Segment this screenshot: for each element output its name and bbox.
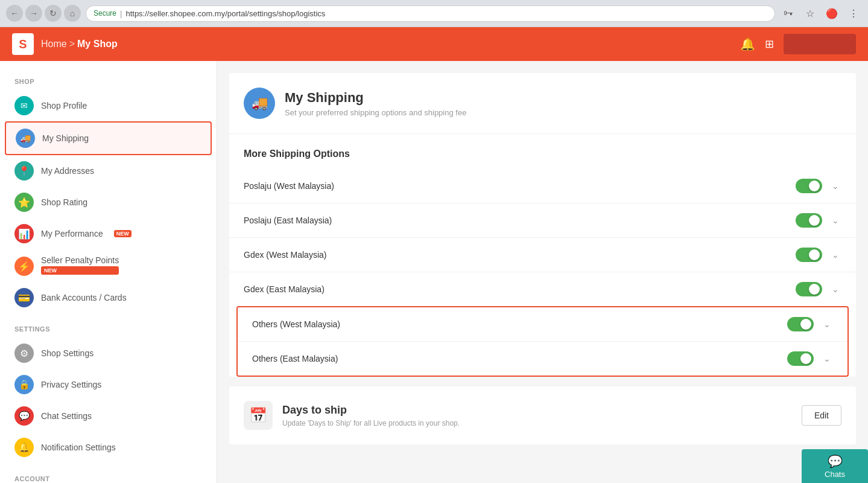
shipping-option-controls: ⌄ [787, 351, 833, 366]
page-subtitle: Set your preferred shipping options and … [285, 108, 466, 117]
sidebar-item-label: Bank Accounts / Cards [41, 293, 127, 302]
shipping-header-icon: 🚚 [244, 88, 275, 119]
sidebar-item-label: My Performance [41, 229, 103, 238]
sidebar-item-my-addresses[interactable]: 📍 My Addresses [0, 155, 217, 187]
my-addresses-icon: 📍 [14, 161, 34, 181]
chevron-down-icon[interactable]: ⌄ [829, 179, 841, 193]
chats-label: Chats [825, 470, 845, 479]
toggle-others-west[interactable] [787, 317, 814, 331]
sidebar-item-label: Notification Settings [41, 443, 116, 452]
my-shipping-icon: 🚚 [16, 129, 35, 148]
content-area: 🚚 My Shipping Set your preferred shippin… [217, 61, 868, 483]
shopee-logo: S [12, 33, 34, 55]
bank-accounts-icon: 💳 [14, 288, 34, 307]
days-card-title: Days to ship [282, 404, 460, 417]
sidebar-item-shop-settings[interactable]: ⚙ Shop Settings [0, 337, 217, 369]
page-title: My Shipping [285, 90, 466, 106]
days-card-content: 📅 Days to ship Update 'Days to Ship' for… [229, 386, 856, 444]
home-button[interactable]: ⌂ [64, 5, 81, 22]
user-profile-button[interactable] [784, 34, 856, 54]
toggle-gdex-east[interactable] [796, 282, 822, 296]
sidebar-item-label: Chat Settings [41, 411, 92, 421]
chevron-down-icon[interactable]: ⌄ [821, 317, 833, 331]
days-card-edit-area: Edit [802, 405, 841, 426]
sidebar-item-my-shipping[interactable]: 🚚 My Shipping [5, 121, 212, 155]
address-bar[interactable]: Secure | https://seller.shopee.com.my/po… [86, 5, 775, 22]
toggle-slider [796, 248, 822, 262]
shipping-option-label: Poslaju (West Malaysia) [244, 181, 334, 191]
sidebar-item-notification-settings[interactable]: 🔔 Notification Settings [0, 432, 217, 463]
highlighted-shipping-section: Others (West Malaysia) ⌄ Others (East Ma… [236, 306, 849, 377]
back-button[interactable]: ← [6, 5, 23, 22]
header-right: 🔔 ⊞ [740, 34, 856, 54]
grid-icon[interactable]: ⊞ [765, 37, 774, 51]
toggle-slider [796, 179, 822, 193]
shop-profile-icon: ✉ [14, 96, 34, 115]
shipping-option-label: Others (West Malaysia) [252, 319, 340, 329]
key-icon[interactable]: 🗝 [780, 5, 797, 22]
url-text: https://seller.shopee.com.my/portal/sett… [125, 9, 325, 18]
chevron-down-icon[interactable]: ⌄ [821, 351, 833, 366]
toggle-poslaju-east[interactable] [796, 213, 822, 228]
settings-section-label: SETTINGS [0, 321, 217, 337]
secure-label: Secure [93, 9, 116, 18]
shipping-option-controls: ⌄ [796, 248, 841, 262]
toggle-slider [787, 317, 814, 331]
account-section-label: ACCOUNT [0, 470, 217, 483]
top-header: S Home > My Shop 🔔 ⊞ [0, 27, 868, 61]
days-card-text: Days to ship Update 'Days to Ship' for a… [282, 404, 460, 427]
toggle-slider [796, 213, 822, 228]
sidebar: SHOP ✉ Shop Profile 🚚 My Shipping 📍 My A… [0, 61, 217, 483]
chat-settings-icon: 💬 [14, 406, 34, 426]
chats-button[interactable]: 💬 Chats [802, 449, 868, 483]
sidebar-item-seller-penalty[interactable]: ⚡ Seller Penalty Points NEW [0, 249, 217, 282]
chevron-down-icon[interactable]: ⌄ [829, 282, 841, 296]
sidebar-item-shop-profile[interactable]: ✉ Shop Profile [0, 90, 217, 121]
toggle-slider [787, 351, 814, 366]
main-layout: SHOP ✉ Shop Profile 🚚 My Shipping 📍 My A… [0, 61, 868, 483]
sidebar-item-label: Shop Settings [41, 348, 93, 358]
shipping-option-label: Others (East Malaysia) [252, 354, 338, 363]
sidebar-item-privacy-settings[interactable]: 🔒 Privacy Settings [0, 369, 217, 400]
shop-settings-icon: ⚙ [14, 344, 34, 363]
forward-button[interactable]: → [25, 5, 42, 22]
shipping-option-label: Poslaju (East Malaysia) [244, 216, 332, 225]
chats-icon: 💬 [828, 454, 843, 469]
seller-penalty-text: Seller Penalty Points NEW [41, 255, 119, 275]
shipping-option-label: Gdex (East Malaysia) [244, 284, 325, 294]
sidebar-item-my-performance[interactable]: 📊 My Performance NEW [0, 218, 217, 249]
shipping-options-list: Poslaju (West Malaysia) ⌄ Poslaju (East … [229, 169, 856, 306]
toggle-others-east[interactable] [787, 351, 814, 366]
breadcrumb-home[interactable]: Home [41, 39, 67, 50]
shipping-option-others-east: Others (East Malaysia) ⌄ [238, 341, 847, 376]
sidebar-item-label: Privacy Settings [41, 380, 101, 389]
toggle-poslaju-west[interactable] [796, 179, 822, 193]
browser-actions: 🗝 ☆ 🔴 ⋮ [780, 5, 862, 22]
shipping-option-others-west: Others (West Malaysia) ⌄ [238, 307, 847, 341]
toggle-gdex-west[interactable] [796, 248, 822, 262]
my-shipping-card: 🚚 My Shipping Set your preferred shippin… [229, 73, 856, 377]
new-badge-performance: NEW [114, 230, 131, 237]
sidebar-item-shop-rating[interactable]: ⭐ Shop Rating [0, 187, 217, 218]
days-card-subtitle: Update 'Days to Ship' for all Live produ… [282, 419, 460, 427]
shipping-option-poslaju-west: Poslaju (West Malaysia) ⌄ [229, 169, 856, 203]
chevron-down-icon[interactable]: ⌄ [829, 213, 841, 228]
shipping-option-controls: ⌄ [796, 179, 841, 193]
chevron-down-icon[interactable]: ⌄ [829, 248, 841, 262]
notification-icon[interactable]: 🔔 [740, 37, 755, 51]
days-to-ship-card: 📅 Days to ship Update 'Days to Ship' for… [229, 386, 856, 444]
browser-chrome: ← → ↻ ⌂ Secure | https://seller.shopee.c… [0, 0, 868, 27]
my-performance-icon: 📊 [14, 224, 34, 243]
more-shipping-title: More Shipping Options [229, 134, 856, 169]
star-icon[interactable]: ☆ [802, 5, 819, 22]
reload-button[interactable]: ↻ [45, 5, 62, 22]
sidebar-item-bank-accounts[interactable]: 💳 Bank Accounts / Cards [0, 282, 217, 313]
seller-penalty-icon: ⚡ [14, 257, 34, 276]
content-header: 🚚 My Shipping Set your preferred shippin… [229, 73, 856, 134]
edit-button[interactable]: Edit [802, 405, 841, 426]
extension-icon[interactable]: 🔴 [823, 5, 840, 22]
menu-icon[interactable]: ⋮ [845, 5, 862, 22]
sidebar-item-chat-settings[interactable]: 💬 Chat Settings [0, 400, 217, 432]
shipping-option-controls: ⌄ [796, 213, 841, 228]
shipping-option-gdex-west: Gdex (West Malaysia) ⌄ [229, 237, 856, 272]
